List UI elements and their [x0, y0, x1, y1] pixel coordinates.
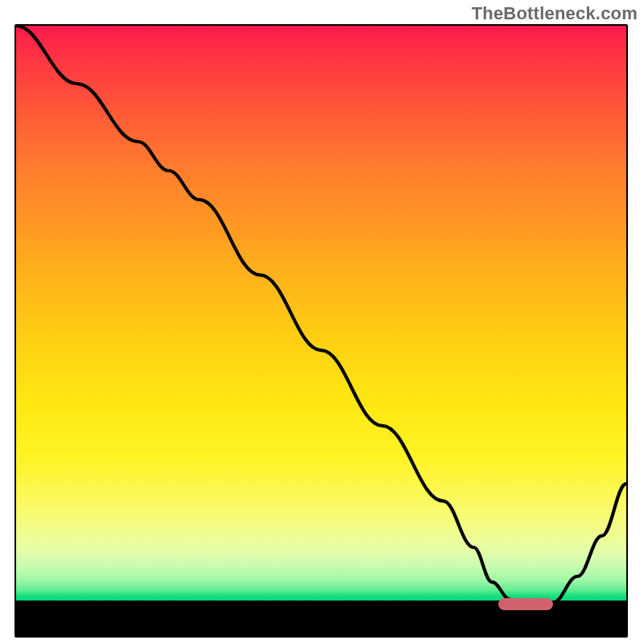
watermark-text: TheBottleneck.com	[472, 3, 638, 24]
chart-stage: TheBottleneck.com	[0, 0, 644, 644]
chart-curve	[16, 26, 626, 605]
bottleneck-curve-path	[16, 26, 626, 602]
optimal-range-marker	[498, 598, 553, 610]
